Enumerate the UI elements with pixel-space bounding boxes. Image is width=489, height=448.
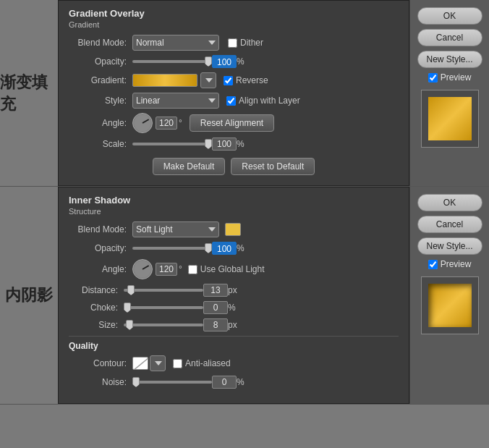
gradient-label: Gradient: — [69, 75, 127, 85]
style-label: Style: — [69, 96, 127, 106]
side-panel-1: OK Cancel New Style... Preview — [409, 0, 489, 186]
reset-to-default-button[interactable]: Reset to Default — [231, 158, 315, 175]
opacity-value-2[interactable]: 100 — [212, 242, 237, 255]
size-value[interactable] — [203, 318, 228, 331]
opacity-slider-container — [132, 60, 212, 63]
preview-checkbox-row-1: Preview — [428, 72, 472, 83]
inner-shadow-subtitle: Structure — [69, 207, 399, 216]
inner-shadow-title: Inner Shadow — [69, 195, 399, 206]
blend-mode-dropdown-2[interactable]: Normal Dissolve Multiply Screen Overlay … — [132, 221, 219, 237]
distance-px: px — [228, 285, 237, 295]
ok-button-2[interactable]: OK — [417, 194, 482, 211]
angle-row-2: Angle: ° Use Global Light — [69, 259, 399, 279]
quality-title: Quality — [69, 341, 399, 351]
gradient-dropdown-arrow[interactable] — [200, 72, 216, 88]
gradient-overlay-panel: Gradient Overlay Gradient Blend Mode: No… — [58, 0, 409, 186]
new-style-button-2[interactable]: New Style... — [417, 237, 482, 255]
blend-mode-row: Blend Mode: Normal Dissolve Multiply Scr… — [69, 35, 399, 51]
noise-label: Noise: — [69, 377, 127, 387]
opacity-slider-2[interactable] — [132, 247, 212, 250]
noise-slider-container — [132, 381, 212, 384]
blend-mode-row-2: Blend Mode: Normal Dissolve Multiply Scr… — [69, 221, 399, 237]
ok-button-1[interactable]: OK — [417, 7, 482, 25]
align-layer-checkbox[interactable] — [226, 96, 236, 106]
preview-square-2 — [428, 284, 472, 327]
bottom-btn-row: Make Default Reset to Default — [69, 158, 399, 175]
global-light-checkbox-row: Use Global Light — [188, 264, 265, 274]
noise-row: Noise: % — [69, 376, 399, 389]
contour-dropdown-arrow[interactable] — [150, 355, 166, 371]
blend-mode-label-2: Blend Mode: — [69, 224, 127, 234]
choke-slider-container — [124, 306, 203, 309]
global-light-checkbox[interactable] — [188, 265, 197, 274]
gradient-overlay-title: Gradient Overlay — [69, 8, 399, 19]
opacity-label-2: Opacity: — [69, 243, 127, 253]
reset-alignment-button[interactable]: Reset Alignment — [190, 114, 274, 132]
make-default-button[interactable]: Make Default — [153, 158, 226, 175]
cancel-button-1[interactable]: Cancel — [417, 29, 482, 46]
opacity-label: Opacity: — [69, 56, 127, 67]
inner-shadow-panel: Inner Shadow Structure Blend Mode: Norma… — [58, 187, 409, 404]
preview-square-1 — [428, 97, 472, 140]
anti-aliased-checkbox[interactable] — [173, 359, 182, 368]
style-dropdown[interactable]: Linear Radial Angle Reflected Diamond — [132, 93, 219, 109]
inner-shadow-section: 内阴影 Inner Shadow Structure Blend Mode: N… — [0, 187, 489, 405]
angle-dial-2[interactable] — [132, 259, 153, 279]
cancel-button-2[interactable]: Cancel — [417, 216, 482, 233]
angle-deg-2: ° — [179, 264, 182, 274]
size-label: Size: — [69, 320, 118, 330]
opacity-row-2: Opacity: 100 % — [69, 242, 399, 255]
noise-value[interactable] — [212, 376, 237, 389]
global-light-label: Use Global Light — [200, 264, 265, 274]
scale-slider[interactable] — [132, 143, 212, 145]
scale-percent: % — [237, 139, 244, 149]
opacity-row: Opacity: 100 % — [69, 55, 399, 68]
opacity-value[interactable]: 100 — [212, 55, 237, 68]
blend-mode-dropdown[interactable]: Normal Dissolve Multiply Screen Overlay … — [132, 35, 219, 51]
angle-label-2: Angle: — [69, 264, 127, 274]
distance-value[interactable] — [203, 284, 228, 297]
dial-line — [143, 119, 150, 124]
reverse-checkbox-row: Reverse — [224, 75, 268, 85]
dial-line-2 — [143, 265, 150, 270]
contour-row: Contour: Anti-aliased — [69, 355, 399, 371]
shadow-color-swatch[interactable] — [225, 223, 241, 236]
opacity-slider[interactable] — [132, 60, 212, 63]
angle-dial[interactable] — [132, 113, 153, 133]
new-style-button-1[interactable]: New Style... — [417, 51, 482, 68]
distance-slider-container — [124, 289, 203, 292]
dither-checkbox-row: Dither — [228, 38, 263, 48]
reverse-checkbox[interactable] — [224, 76, 233, 85]
noise-slider[interactable] — [132, 381, 212, 384]
angle-input[interactable] — [156, 117, 177, 130]
preview-checkbox-1[interactable] — [428, 73, 438, 83]
gradient-row: Gradient: Reverse — [69, 72, 399, 88]
align-layer-checkbox-row: Align with Layer — [226, 96, 300, 106]
preview-box-2 — [421, 276, 479, 334]
preview-label-1: Preview — [441, 72, 472, 83]
gradient-preview[interactable] — [132, 74, 197, 87]
preview-checkbox-row-2: Preview — [428, 259, 472, 269]
choke-slider[interactable] — [124, 306, 203, 309]
choke-value[interactable] — [203, 301, 228, 314]
gradient-overlay-subtitle: Gradient — [69, 20, 399, 29]
chinese-label-gradient: 渐变填充 — [0, 0, 58, 186]
opacity-percent-2: % — [237, 243, 244, 253]
style-row: Style: Linear Radial Angle Reflected Dia… — [69, 93, 399, 109]
distance-slider[interactable] — [124, 289, 203, 292]
angle-input-2[interactable] — [156, 263, 177, 276]
dither-checkbox[interactable] — [228, 38, 237, 48]
size-slider[interactable] — [124, 324, 203, 326]
quality-section: Quality Contour: Anti-aliased Noise: — [69, 336, 399, 389]
preview-checkbox-2[interactable] — [428, 260, 438, 269]
contour-preview[interactable] — [132, 357, 148, 370]
choke-row: Choke: % — [69, 301, 399, 314]
reverse-label: Reverse — [236, 75, 268, 85]
preview-box-1 — [421, 90, 479, 148]
scale-value[interactable] — [212, 138, 237, 151]
size-px: px — [228, 320, 237, 330]
chinese-label-shadow: 内阴影 — [0, 187, 58, 404]
distance-row: Distance: px — [69, 284, 399, 297]
gradient-overlay-section: 渐变填充 Gradient Overlay Gradient Blend Mod… — [0, 0, 489, 187]
opacity-percent: % — [237, 56, 244, 67]
